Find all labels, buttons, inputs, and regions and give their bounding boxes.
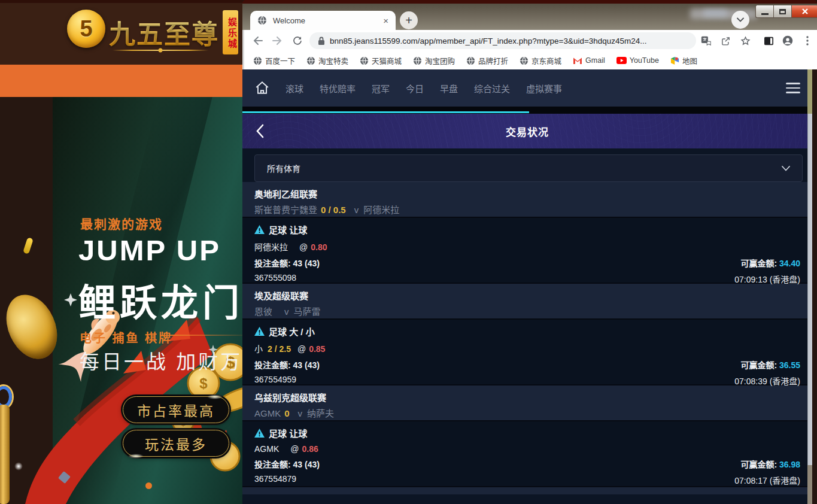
nav-today[interactable]: 今日	[406, 82, 424, 95]
bookmark-taobao-group[interactable]: 淘宝团购	[413, 55, 455, 66]
address-bar[interactable]: bnn85.jeans115599.com/app/member_api/FT_…	[309, 32, 696, 49]
page-nav-links: 滚球 特优赔率 冠军 今日 早盘 综合过关 虚拟赛事	[286, 82, 562, 95]
nav-virtual-sports[interactable]: 虚拟赛事	[526, 82, 562, 95]
page-header: 交易状况	[242, 114, 812, 148]
home-icon[interactable]	[254, 80, 270, 96]
screen: 5 九五至尊 娱乐城 首页 电子游艺 棋牌	[0, 0, 817, 504]
warning-icon	[254, 327, 265, 336]
at-symbol: @	[290, 444, 299, 454]
svg-text:$: $	[199, 375, 208, 391]
bookmark-star-icon[interactable]	[739, 35, 751, 47]
banner-slogan: 每日一战 加财万贯	[80, 346, 242, 375]
profile-avatar-icon[interactable]	[782, 35, 794, 47]
home-team: 恩彼	[254, 306, 272, 317]
globe-icon	[306, 56, 315, 65]
bookmark-jd[interactable]: 京东商城	[520, 55, 561, 66]
promo-banner[interactable]: $ $ $ 最刺激的游戏 JUMP UP 鲤跃龙门 电子 捕鱼 棋牌 每日一战 …	[0, 97, 242, 504]
nav-rolling-ball[interactable]: 滚球	[286, 82, 303, 95]
amounts-row: 投注金额: 43 (43) 可赢金额: 34.40	[254, 257, 800, 269]
bet-time: 07:08:17 (香港盘)	[734, 474, 800, 486]
bookmark-label: 淘宝特卖	[318, 55, 348, 66]
page-gap-strip	[242, 107, 812, 114]
page-title: 交易状况	[242, 124, 812, 139]
minimize-button[interactable]	[755, 5, 773, 18]
scrollbar-thumb[interactable]	[807, 114, 812, 465]
tab-close-icon[interactable]: ×	[383, 16, 388, 26]
vs-label: v	[298, 408, 303, 418]
share-icon[interactable]	[719, 35, 731, 47]
bet-type-label: 足球 大 / 小	[269, 325, 315, 338]
away-team: 马萨雷	[294, 306, 321, 317]
menu-dots-icon[interactable]	[801, 35, 813, 47]
back-button[interactable]	[251, 34, 265, 48]
youtube-icon	[616, 57, 627, 64]
close-button[interactable]	[791, 5, 817, 18]
nav-early-market[interactable]: 早盘	[440, 82, 458, 95]
bet-row[interactable]: 足球 让球 AGMK@0.86 投注金额: 43 (43) 可赢金额: 36.9…	[242, 421, 812, 487]
bet-pick: 小2 / 2.5@0.85	[254, 342, 800, 354]
pick-team: 阿德米拉	[254, 242, 288, 252]
banner-button-most-games[interactable]: 玩法最多	[123, 430, 229, 457]
bookmark-label: 淘宝团购	[425, 55, 455, 66]
nav-champion[interactable]: 冠军	[372, 82, 390, 95]
bet-row[interactable]: 足球 大 / 小 小2 / 2.5@0.85 投注金额: 43 (43) 可赢金…	[242, 320, 812, 385]
betting-page: 滚球 特优赔率 冠军 今日 早盘 综合过关 虚拟赛事 交易状况	[242, 69, 812, 504]
banner-button-market-share[interactable]: 市占率最高	[123, 396, 229, 423]
side-ornament-column	[0, 405, 10, 504]
meta-row: 367554879 07:08:17 (香港盘)	[254, 474, 800, 486]
bookmark-baidu[interactable]: 百度一下	[253, 55, 295, 66]
bookmark-tmall[interactable]: 天猫商城	[360, 55, 402, 66]
browser-tab[interactable]: Welcome ×	[250, 11, 396, 30]
bookmark-label: 品牌打折	[478, 55, 508, 66]
casino-site: 5 九五至尊 娱乐城 首页 电子游艺 棋牌	[0, 0, 242, 504]
tab-search-button[interactable]	[731, 11, 749, 29]
bookmark-label: 京东商城	[531, 55, 561, 66]
bookmark-brand-discount[interactable]: 品牌打折	[466, 55, 508, 66]
bookmark-youtube[interactable]: YouTube	[616, 56, 659, 65]
maximize-icon	[779, 9, 786, 14]
new-tab-button[interactable]: +	[400, 11, 418, 29]
forward-button[interactable]	[270, 34, 284, 48]
away-team: 阿德米拉	[363, 205, 399, 215]
banner-categories: 电子 捕鱼 棋牌	[80, 329, 172, 346]
bookmark-gmail[interactable]: Gmail	[573, 56, 605, 65]
shine-sparkle	[207, 394, 223, 399]
bookmark-label: Gmail	[585, 56, 605, 65]
chevron-down-icon	[737, 17, 744, 22]
bookmark-taobao-sale[interactable]: 淘宝特卖	[306, 55, 348, 66]
home-team: 斯崔普费宁魏登	[254, 205, 317, 215]
bookmark-maps[interactable]: 地图	[670, 55, 697, 66]
translate-icon[interactable]	[700, 35, 712, 47]
bookmark-label: 地图	[682, 55, 697, 66]
browser-toolbar: bnn85.jeans115599.com/app/member_api/FT_…	[242, 30, 817, 51]
sport-filter-dropdown[interactable]: 所有体育	[254, 154, 803, 182]
bookmarks-bar: 百度一下 淘宝特卖 天猫商城 淘宝团购 品牌打折 京东商城	[242, 51, 817, 69]
casino-header: 5 九五至尊 娱乐城	[0, 0, 242, 65]
league-name: 乌兹别克超级联赛	[254, 391, 800, 403]
bet-reference: 367555098	[254, 273, 296, 285]
blurred-watermark	[703, 10, 727, 17]
bet-type-label: 足球 让球	[269, 427, 307, 439]
win-value: 36.55	[779, 360, 800, 370]
match-score: 0	[284, 408, 289, 418]
maximize-button[interactable]	[773, 5, 791, 18]
home-team: AGMK	[254, 408, 281, 418]
nav-parlay[interactable]: 综合过关	[474, 82, 510, 95]
casino-logo-title[interactable]: 九五至尊	[109, 13, 219, 51]
carousel-dot[interactable]	[145, 482, 152, 489]
bookmark-label: 天猫商城	[372, 55, 402, 66]
globe-icon	[466, 56, 475, 65]
reload-button[interactable]	[290, 34, 305, 48]
nav-special-odds[interactable]: 特优赔率	[320, 82, 356, 95]
bet-row[interactable]: 足球 让球 阿德米拉@0.80 投注金额: 43 (43) 可赢金额: 34.4…	[242, 218, 812, 284]
win-amount: 可赢金额: 36.98	[740, 458, 800, 470]
league-row: 埃及超级联赛 恩彼v马萨雷	[242, 284, 812, 320]
casino-logo-icon[interactable]: 5	[67, 10, 105, 48]
tab-title: Welcome	[273, 16, 383, 25]
bet-time: 07:09:13 (香港盘)	[734, 273, 800, 285]
menu-hamburger-icon[interactable]	[786, 83, 800, 93]
gmail-icon	[573, 57, 582, 65]
bet-reference: 367554879	[254, 474, 296, 486]
side-panel-icon[interactable]	[763, 35, 775, 47]
win-value: 34.40	[779, 259, 800, 268]
